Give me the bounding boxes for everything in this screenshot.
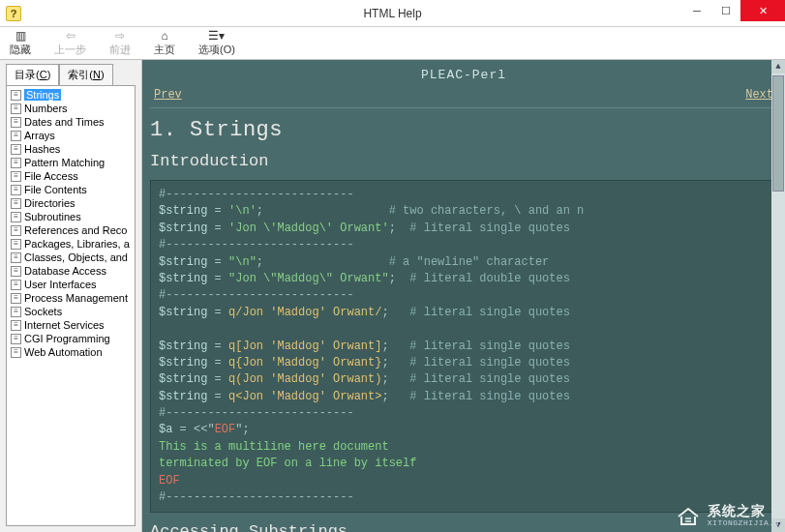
tree-item-strings[interactable]: Strings — [9, 88, 133, 102]
page-icon — [11, 334, 21, 344]
back-button[interactable]: ⇦ 上一步 — [48, 29, 92, 57]
doc-header: PLEAC-Perl — [150, 66, 777, 88]
page-icon — [11, 225, 21, 236]
page-icon — [11, 144, 21, 155]
back-label: 上一步 — [54, 43, 86, 57]
page-icon — [11, 198, 21, 209]
forward-label: 前进 — [109, 43, 131, 57]
tree-item[interactable]: File Access — [9, 169, 133, 183]
tree-item[interactable]: Subroutines — [9, 210, 133, 223]
divider — [150, 107, 777, 108]
page-icon — [11, 185, 21, 195]
minimize-button[interactable]: ─ — [682, 0, 711, 21]
forward-icon: ⇨ — [112, 29, 128, 43]
tab-index[interactable]: 索引(N) — [59, 64, 112, 85]
home-button[interactable]: ⌂ 主页 — [148, 29, 181, 57]
page-icon — [11, 280, 21, 290]
subsection-title: Introduction — [150, 152, 777, 170]
options-button[interactable]: ☰▾ 选项(O) — [193, 29, 241, 57]
tree-item[interactable]: References and Reco — [9, 223, 133, 237]
tree-item[interactable]: Directories — [9, 196, 133, 210]
page-icon — [11, 266, 21, 277]
options-icon: ☰▾ — [209, 29, 225, 43]
watermark: 系统之家 XITONGZHIJIA.N — [675, 505, 779, 528]
close-button[interactable]: ✕ — [740, 0, 785, 21]
content-pane: PLEAC-Perl Prev Next 1. Strings Introduc… — [142, 60, 785, 532]
tree-item[interactable]: Packages, Libraries, a — [9, 237, 133, 251]
home-label: 主页 — [154, 43, 175, 57]
window-title: HTML Help — [363, 7, 421, 20]
title-bar: ? HTML Help ─ ☐ ✕ — [0, 0, 785, 27]
sidebar: 目录(C) 索引(N) Strings Numbers Dates and Ti… — [0, 60, 142, 532]
nav-tabs: 目录(C) 索引(N) — [6, 64, 136, 85]
code-block: #--------------------------- $string = '… — [150, 180, 777, 513]
nav-links: Prev Next — [150, 88, 777, 105]
options-label: 选项(O) — [198, 43, 235, 57]
page-icon — [11, 320, 21, 331]
app-icon: ? — [6, 6, 21, 21]
page-icon — [11, 90, 21, 101]
tree-item[interactable]: Arrays — [9, 129, 133, 142]
tree-item[interactable]: Sockets — [9, 305, 133, 318]
tree-item[interactable]: Hashes — [9, 142, 133, 156]
hide-button[interactable]: ▥ 隐藏 — [4, 29, 37, 57]
toc-tree[interactable]: Strings Numbers Dates and Times Arrays H… — [6, 85, 136, 526]
hide-label: 隐藏 — [10, 43, 31, 57]
page-icon — [11, 117, 21, 128]
tree-item[interactable]: Dates and Times — [9, 115, 133, 129]
hide-icon: ▥ — [13, 29, 28, 43]
tree-item[interactable]: User Interfaces — [9, 278, 133, 291]
body-split: 目录(C) 索引(N) Strings Numbers Dates and Ti… — [0, 60, 785, 532]
page-icon — [11, 131, 21, 141]
home-icon: ⌂ — [157, 29, 172, 43]
page-icon — [11, 171, 21, 182]
tree-item[interactable]: Process Management — [9, 291, 133, 305]
tree-item[interactable]: CGI Programming — [9, 332, 133, 345]
page-icon — [11, 293, 21, 304]
section-title: 1. Strings — [150, 118, 777, 142]
scroll-thumb[interactable] — [772, 75, 784, 192]
watermark-text: 系统之家 — [708, 505, 779, 519]
scroll-up-button[interactable]: ▲ — [771, 60, 785, 74]
tree-item[interactable]: Internet Services — [9, 318, 133, 332]
watermark-url: XITONGZHIJIA.N — [708, 519, 779, 528]
tree-item[interactable]: Numbers — [9, 102, 133, 115]
tree-item[interactable]: Web Automation — [9, 345, 133, 359]
tab-contents[interactable]: 目录(C) — [6, 64, 59, 85]
page-icon — [11, 212, 21, 222]
tree-item[interactable]: Pattern Matching — [9, 156, 133, 169]
page-icon — [11, 103, 21, 114]
maximize-button[interactable]: ☐ — [711, 0, 740, 21]
vertical-scrollbar[interactable]: ▲ ▼ — [771, 60, 785, 532]
page-icon — [11, 158, 21, 168]
tree-item[interactable]: Classes, Objects, and — [9, 251, 133, 264]
page-icon — [11, 347, 21, 358]
tree-item[interactable]: File Contents — [9, 183, 133, 196]
watermark-logo-icon — [675, 505, 702, 528]
window-controls: ─ ☐ ✕ — [682, 0, 785, 21]
next-link[interactable]: Next — [745, 88, 773, 102]
back-icon: ⇦ — [63, 29, 78, 43]
tree-item[interactable]: Database Access — [9, 264, 133, 278]
prev-link[interactable]: Prev — [154, 88, 182, 102]
page-icon — [11, 239, 21, 250]
page-icon — [11, 252, 21, 263]
page-icon — [11, 307, 21, 317]
toolbar: ▥ 隐藏 ⇦ 上一步 ⇨ 前进 ⌂ 主页 ☰▾ 选项(O) — [0, 27, 785, 60]
forward-button[interactable]: ⇨ 前进 — [104, 29, 136, 57]
